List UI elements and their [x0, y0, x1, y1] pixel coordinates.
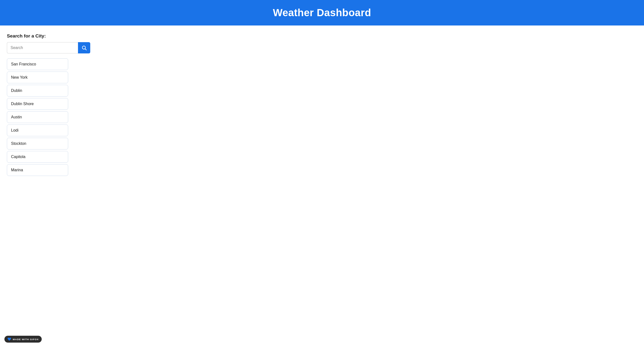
gifox-badge-text: MADE WITH GIFOX [13, 338, 39, 341]
list-item[interactable]: Dublin [7, 85, 68, 96]
gifox-badge: MADE WITH GIFOX [4, 336, 42, 343]
svg-line-1 [85, 49, 86, 50]
search-input[interactable] [7, 42, 78, 53]
list-item[interactable]: Lodi [7, 124, 68, 136]
list-item[interactable]: New York [7, 71, 68, 83]
search-icon [82, 45, 87, 50]
list-item[interactable]: San Francisco [7, 58, 68, 70]
app-header: Weather Dashboard [0, 0, 644, 25]
app-title: Weather Dashboard [5, 7, 639, 19]
search-button[interactable] [78, 42, 90, 53]
list-item[interactable]: Dublin Shore [7, 98, 68, 110]
list-item[interactable]: Capitola [7, 151, 68, 163]
city-list: San FranciscoNew YorkDublinDublin ShoreA… [7, 58, 68, 177]
main-content: Search for a City: San FranciscoNew York… [0, 25, 644, 185]
list-item[interactable]: Austin [7, 111, 68, 123]
search-label: Search for a City: [7, 33, 637, 39]
heart-icon [7, 337, 11, 341]
list-item[interactable]: Stockton [7, 138, 68, 149]
search-row [7, 42, 90, 53]
list-item[interactable]: Marina [7, 164, 68, 176]
